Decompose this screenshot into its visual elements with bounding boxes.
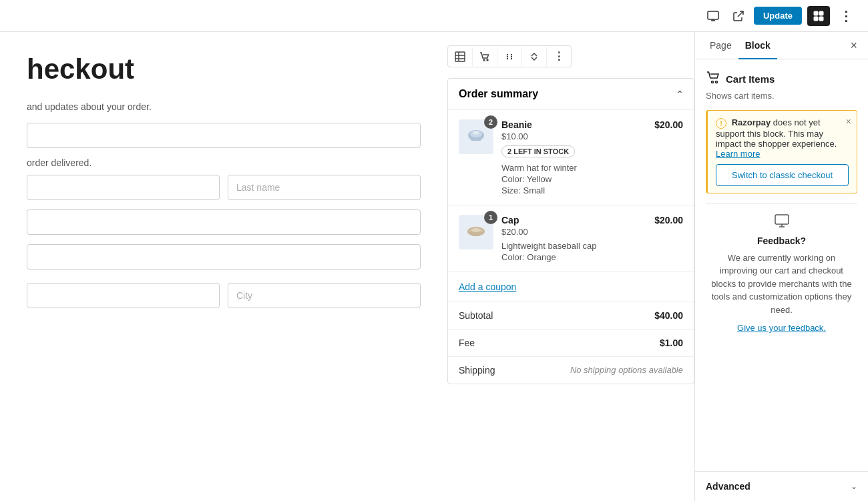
advanced-title: Advanced bbox=[706, 481, 750, 492]
svg-point-17 bbox=[511, 55, 512, 57]
svg-line-3 bbox=[738, 11, 743, 17]
shipping-note: No shipping options available bbox=[570, 365, 683, 376]
email-field[interactable] bbox=[27, 123, 421, 148]
cart-items-header: Cart Items bbox=[706, 70, 857, 88]
add-coupon-link[interactable]: Add a coupon bbox=[459, 282, 516, 292]
item-total-price: $20.00 bbox=[654, 215, 683, 225]
order-summary-chevron-icon: ⌃ bbox=[676, 89, 683, 99]
item-quantity-badge: 1 bbox=[484, 211, 497, 224]
update-button[interactable]: Update bbox=[754, 7, 802, 25]
cart-items-icon bbox=[706, 70, 720, 88]
svg-rect-0 bbox=[708, 11, 718, 19]
order-summary-area: ⋮ Order summary ⌃ 2 bbox=[447, 32, 694, 501]
tab-block[interactable]: Block bbox=[738, 32, 777, 59]
more-dots-icon: ⋮ bbox=[839, 8, 853, 24]
svg-rect-6 bbox=[814, 17, 818, 21]
item-quantity-badge: 2 bbox=[484, 115, 497, 129]
page-title: heckout bbox=[27, 53, 421, 85]
address-field[interactable] bbox=[27, 209, 421, 235]
fee-label: Fee bbox=[459, 338, 475, 348]
postcode-field[interactable] bbox=[27, 283, 220, 308]
right-panel: Page Block × Cart Items Shows cart items… bbox=[694, 32, 868, 501]
subtotal-value: $40.00 bbox=[654, 310, 683, 321]
svg-rect-5 bbox=[819, 11, 823, 15]
more-block-options-btn[interactable]: ⋮ bbox=[547, 46, 571, 67]
svg-rect-7 bbox=[819, 17, 823, 21]
panel-tabs: Page Block × bbox=[695, 32, 868, 59]
fee-value: $1.00 bbox=[660, 338, 683, 348]
item-name: Cap bbox=[501, 215, 519, 225]
item-color: Color: Orange bbox=[501, 252, 683, 262]
fee-row: Fee $1.00 bbox=[448, 330, 694, 357]
order-item: 2 Beanie $20.00 $1 bbox=[448, 110, 694, 205]
svg-rect-4 bbox=[814, 11, 818, 15]
external-link-button[interactable] bbox=[728, 7, 748, 25]
city-field[interactable] bbox=[228, 283, 421, 308]
subtotal-row: Subtotal $40.00 bbox=[448, 302, 694, 330]
order-summary-title: Order summary bbox=[459, 88, 538, 100]
item-details: Cap $20.00 $20.00 Lightweight baseball c… bbox=[501, 215, 683, 262]
main-content: heckout and updates about your order. or… bbox=[0, 32, 868, 501]
panel-content: Cart Items Shows cart items. ! Razorpay … bbox=[695, 59, 868, 471]
move-up-down-btn[interactable] bbox=[522, 47, 547, 66]
item-name-row: Beanie $20.00 bbox=[501, 119, 683, 130]
learn-more-link[interactable]: Learn more bbox=[716, 149, 760, 159]
panel-divider bbox=[706, 203, 857, 203]
item-unit-price: $20.00 bbox=[501, 227, 683, 237]
warning-box: ! Razorpay does not yet support this blo… bbox=[706, 110, 857, 193]
subtotal-label: Subtotal bbox=[459, 310, 493, 321]
advanced-section: Advanced ⌄ bbox=[695, 471, 868, 501]
feedback-link[interactable]: Give us your feedback. bbox=[737, 323, 826, 333]
feedback-description: We are currently working on improving ou… bbox=[708, 252, 855, 317]
address-field-2[interactable] bbox=[27, 244, 421, 270]
item-description: Warm hat for winter bbox=[501, 163, 683, 173]
switch-classic-button[interactable]: Switch to classic checkout bbox=[716, 164, 849, 186]
feedback-icon bbox=[708, 213, 855, 233]
item-image-wrap: 2 bbox=[459, 119, 493, 154]
order-summary-box: Order summary ⌃ 2 bbox=[447, 78, 694, 384]
svg-point-14 bbox=[507, 53, 508, 55]
item-name-row: Cap $20.00 bbox=[501, 215, 683, 225]
order-summary-header: Order summary ⌃ bbox=[448, 79, 694, 110]
item-name: Beanie bbox=[501, 119, 532, 130]
svg-rect-26 bbox=[472, 233, 480, 236]
svg-point-15 bbox=[511, 53, 512, 55]
section-label: order delivered. bbox=[27, 157, 421, 168]
svg-point-12 bbox=[483, 59, 485, 61]
desktop-view-button[interactable] bbox=[703, 7, 723, 25]
more-options-button[interactable]: ⋮ bbox=[835, 5, 857, 27]
svg-point-13 bbox=[487, 59, 488, 61]
name-row bbox=[27, 175, 421, 200]
svg-point-18 bbox=[507, 57, 508, 59]
cart-items-title: Cart Items bbox=[726, 73, 775, 85]
warning-icon: ! bbox=[716, 118, 726, 129]
block-table-icon-btn[interactable] bbox=[448, 47, 473, 66]
more-block-icon: ⋮ bbox=[554, 50, 564, 63]
advanced-header[interactable]: Advanced ⌄ bbox=[706, 481, 857, 492]
item-details: Beanie $20.00 $10.00 2 LEFT IN STOCK War… bbox=[501, 119, 683, 195]
svg-point-23 bbox=[473, 131, 479, 135]
item-size: Size: Small bbox=[501, 185, 683, 195]
first-name-field[interactable] bbox=[27, 175, 220, 200]
coupon-row: Add a coupon bbox=[448, 272, 694, 302]
svg-point-19 bbox=[511, 57, 512, 59]
warning-brand: Razorpay bbox=[732, 117, 771, 127]
drag-handle-btn[interactable] bbox=[497, 47, 522, 66]
panel-close-button[interactable]: × bbox=[847, 36, 860, 55]
item-color: Color: Yellow bbox=[501, 174, 683, 184]
city-row bbox=[27, 283, 421, 308]
shipping-label: Shipping bbox=[459, 365, 495, 376]
svg-point-27 bbox=[712, 81, 714, 83]
svg-rect-22 bbox=[471, 137, 481, 141]
tab-page[interactable]: Page bbox=[703, 32, 738, 59]
cart-icon-btn[interactable] bbox=[473, 47, 497, 66]
feedback-title: Feedback? bbox=[708, 235, 855, 246]
svg-rect-29 bbox=[775, 215, 789, 224]
block-view-button[interactable] bbox=[807, 6, 830, 26]
warning-close-button[interactable]: × bbox=[846, 116, 851, 127]
last-name-field[interactable] bbox=[228, 175, 421, 200]
advanced-chevron-icon: ⌄ bbox=[851, 482, 857, 491]
svg-point-25 bbox=[471, 228, 481, 232]
cart-items-description: Shows cart items. bbox=[706, 91, 857, 101]
feedback-section: Feedback? We are currently working on im… bbox=[706, 213, 857, 334]
